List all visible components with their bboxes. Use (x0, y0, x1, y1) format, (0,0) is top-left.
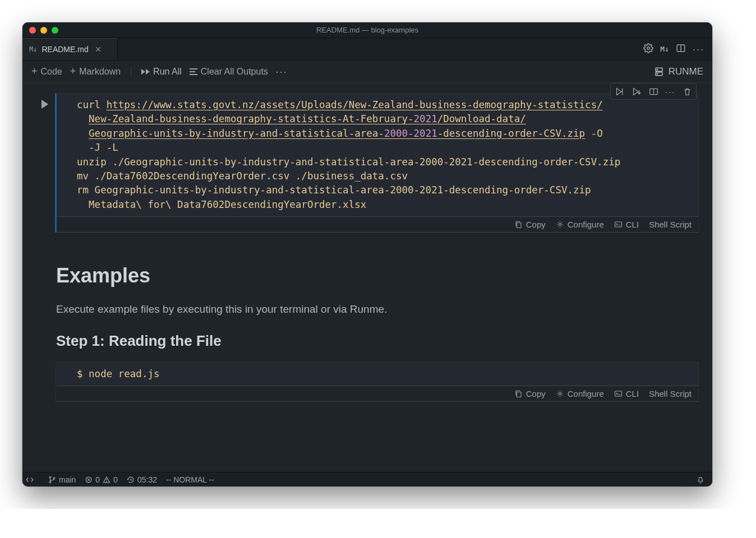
code-cell-2: $ node read.js Copy Configure CLI (55, 362, 699, 402)
label: Markdown (79, 67, 121, 77)
delete-cell-icon[interactable] (679, 85, 695, 98)
more-icon: ··· (276, 67, 288, 77)
split-editor-icon[interactable] (676, 43, 686, 55)
gear-icon (556, 220, 564, 229)
vscode-window: README.md — blog-examples M↓ README.md ×… (22, 22, 712, 486)
label: Clear All Outputs (201, 67, 268, 77)
cell-body[interactable]: $ node read.js Copy Configure CLI (55, 362, 699, 402)
svg-rect-15 (517, 392, 521, 397)
branch-indicator[interactable]: main (48, 475, 76, 484)
terminal-icon (614, 220, 623, 229)
label: Configure (568, 389, 604, 398)
notifications-button[interactable] (697, 476, 704, 484)
time-indicator[interactable]: 05:32 (127, 475, 157, 484)
configure-button[interactable]: Configure (556, 389, 604, 398)
mode-text: -- NORMAL -- (166, 475, 214, 484)
cell-body[interactable]: curl https://www.stats.govt.nz/assets/Up… (55, 93, 699, 233)
vim-mode: -- NORMAL -- (166, 475, 214, 484)
statusbar: main 0 0 05:32 -- NORMAL -- (22, 472, 712, 486)
markdown-cell[interactable]: Examples Execute example files by execut… (33, 248, 699, 350)
svg-marker-9 (633, 88, 638, 95)
svg-point-0 (647, 47, 650, 50)
language-indicator[interactable]: Shell Script (649, 220, 692, 229)
markdown-file-icon: M↓ (29, 45, 37, 53)
close-tab-icon[interactable]: × (95, 44, 102, 55)
heading-examples: Examples (56, 264, 699, 287)
copy-icon (514, 389, 523, 398)
code-editor[interactable]: $ node read.js (57, 363, 698, 386)
separator (131, 67, 131, 77)
heading-step1: Step 1: Reading the File (56, 332, 699, 350)
history-icon (127, 476, 135, 484)
remote-icon (26, 476, 34, 484)
clear-icon (190, 68, 197, 75)
tab-label: README.md (42, 45, 88, 54)
configure-button[interactable]: Configure (556, 220, 604, 229)
svg-rect-14 (615, 222, 621, 227)
run-all-button[interactable]: Run All (141, 67, 182, 77)
svg-point-18 (49, 476, 51, 478)
editor-actions: M↓ ··· (643, 38, 712, 60)
copy-icon (514, 220, 523, 229)
runme-button[interactable]: RUNME (654, 66, 703, 77)
svg-point-13 (559, 224, 561, 226)
label: Shell Script (649, 389, 692, 398)
cell-footer: Copy Configure CLI Shell Script (57, 216, 698, 232)
label: Copy (526, 389, 546, 398)
gear-icon[interactable] (643, 43, 653, 55)
window-title: README.md — blog-examples (22, 26, 712, 34)
label: Copy (526, 220, 546, 229)
cell-footer: Copy Configure CLI Shell Script (57, 386, 698, 401)
editor-tabbar: M↓ README.md × M↓ ··· (22, 38, 712, 61)
label: Configure (568, 220, 604, 229)
copy-button[interactable]: Copy (514, 220, 546, 229)
toolbar-more[interactable]: ··· (276, 67, 288, 77)
svg-point-20 (53, 477, 55, 479)
label: Run All (153, 67, 182, 77)
code-editor[interactable]: curl https://www.stats.govt.nz/assets/Up… (57, 94, 698, 216)
split-cell-icon[interactable] (646, 85, 661, 98)
svg-marker-7 (616, 88, 621, 95)
add-code-button[interactable]: + Code (31, 66, 62, 77)
svg-point-5 (657, 69, 658, 70)
execute-below-icon[interactable] (629, 85, 644, 98)
play-icon (42, 100, 48, 109)
branch-icon (48, 476, 56, 484)
cell-more-icon[interactable]: ··· (662, 85, 678, 98)
clear-outputs-button[interactable]: Clear All Outputs (190, 67, 268, 77)
problems-indicator[interactable]: 0 0 (85, 475, 118, 484)
svg-point-19 (49, 481, 51, 483)
notebook-content[interactable]: ··· curl https://www.stats.govt.nz/asset… (22, 83, 712, 472)
bell-icon (697, 476, 704, 484)
label: Shell Script (649, 220, 692, 229)
svg-point-16 (559, 393, 561, 395)
code-cell-1: ··· curl https://www.stats.govt.nz/asset… (55, 93, 699, 233)
svg-rect-17 (615, 391, 621, 396)
label: RUNME (669, 66, 703, 77)
server-icon (654, 67, 664, 77)
preview-markdown-icon[interactable]: M↓ (660, 45, 669, 53)
run-by-line-icon[interactable] (612, 85, 628, 98)
cli-button[interactable]: CLI (614, 389, 639, 398)
tab-readme[interactable]: M↓ README.md × (22, 38, 118, 60)
paragraph: Execute example files by executing this … (56, 303, 699, 316)
gear-icon (556, 389, 564, 398)
cli-button[interactable]: CLI (614, 220, 639, 229)
label: CLI (626, 389, 639, 398)
branch-name: main (59, 475, 76, 484)
language-indicator[interactable]: Shell Script (649, 389, 692, 398)
plus-icon: + (70, 66, 76, 77)
error-icon (85, 476, 93, 484)
cell-hover-toolbar: ··· (610, 83, 697, 100)
svg-point-6 (657, 73, 658, 75)
run-all-icon (141, 69, 150, 75)
remote-indicator[interactable] (22, 472, 37, 486)
add-markdown-button[interactable]: + Markdown (70, 66, 121, 77)
time: 05:32 (137, 475, 157, 484)
copy-button[interactable]: Copy (514, 389, 546, 398)
svg-rect-12 (517, 223, 521, 228)
notebook-toolbar: + Code + Markdown Run All Clear All Outp… (22, 61, 712, 83)
more-actions-icon[interactable]: ··· (693, 44, 704, 54)
run-cell-button[interactable] (38, 98, 52, 111)
titlebar: README.md — blog-examples (22, 22, 712, 38)
